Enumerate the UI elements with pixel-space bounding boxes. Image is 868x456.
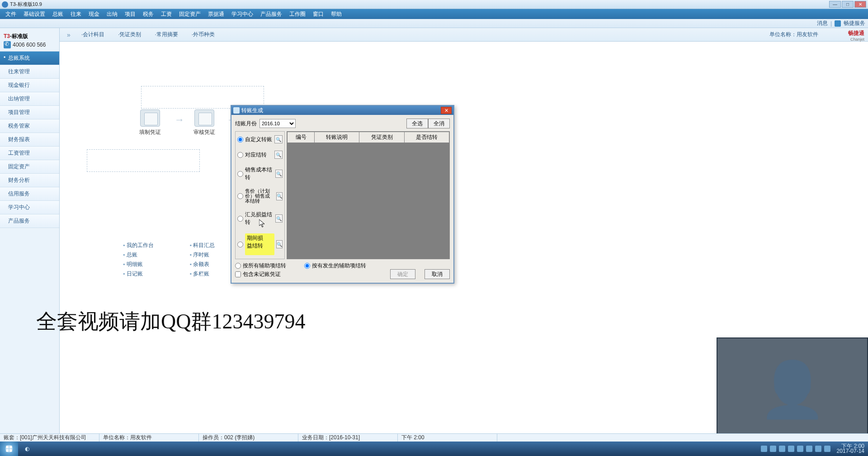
tray-icon[interactable] — [770, 446, 776, 452]
tabs-expand-icon[interactable]: » — [64, 31, 73, 38]
chk-unposted[interactable]: 包含未记账凭证 — [235, 271, 281, 278]
tab-summary[interactable]: ·常用摘要 — [149, 29, 183, 40]
col-id[interactable]: 编号 — [288, 132, 315, 143]
menu-basic[interactable]: 基础设置 — [21, 10, 48, 19]
mode-exchange[interactable]: 汇兑损益结转🔍 — [237, 211, 283, 226]
col-flag[interactable]: 是否结转 — [404, 132, 449, 143]
status-time: 下午 2:00 — [398, 434, 497, 442]
tray-icon[interactable] — [815, 446, 821, 452]
link-journal[interactable]: 日记账 — [123, 269, 154, 279]
link-detail[interactable]: 明细账 — [123, 260, 154, 269]
menu-bill[interactable]: 票据通 — [205, 10, 227, 19]
top-tabs: » ·会计科目 ·凭证类别 ·常用摘要 ·外币种类 单位名称：用友软件 畅捷通C… — [60, 28, 868, 42]
flow-step-audit[interactable]: 审核凭证 — [186, 109, 222, 136]
tab-vouchertype[interactable]: ·凭证类别 — [113, 29, 146, 40]
link-workbench[interactable]: 我的工作台 — [123, 241, 154, 250]
minimize-button[interactable]: — — [829, 1, 841, 8]
service-icon — [835, 20, 841, 27]
sidenav-cash[interactable]: 现金银行 — [0, 79, 59, 92]
tray-icon[interactable] — [797, 446, 803, 452]
link-gl[interactable]: 总账 — [123, 250, 154, 260]
tray-icon[interactable] — [779, 446, 785, 452]
menu-product[interactable]: 产品服务 — [258, 10, 285, 19]
transfer-dialog: 转账生成 ✕ 结账月份 2016.10 全选 全消 自定义转账🔍 对应结转🔍 销… — [231, 105, 454, 284]
menu-salary[interactable]: 工资 — [158, 10, 175, 19]
mode-custom[interactable]: 自定义转账🔍 — [237, 135, 283, 143]
sidenav-ar[interactable]: 往来管理 — [0, 65, 59, 79]
mode-plancost[interactable]: 售价（计划价）销售成本结转🔍 — [237, 189, 283, 204]
subbar-service-link[interactable]: 畅捷服务 — [844, 19, 865, 27]
brand-block: T3-标准版 4006 600 566 — [0, 28, 59, 52]
taskbar-app[interactable]: ◐ — [18, 442, 36, 456]
sidenav-gl[interactable]: 总账系统 — [0, 52, 59, 65]
menu-help[interactable]: 帮助 — [328, 10, 344, 19]
close-button[interactable]: ✕ — [854, 1, 866, 8]
cancel-button[interactable]: 取消 — [425, 269, 450, 279]
menu-cash[interactable]: 现金 — [86, 10, 102, 19]
tab-subjects[interactable]: ·会计科目 — [76, 29, 110, 40]
col-type[interactable]: 凭证类别 — [359, 132, 404, 143]
status-accountset: 账套：[001]广州天天科技有限公司 — [0, 434, 99, 442]
sidenav-cashier[interactable]: 出纳管理 — [0, 92, 59, 106]
sidenav-fa[interactable]: 固定资产 — [0, 160, 59, 174]
dialog-close-button[interactable]: ✕ — [441, 107, 452, 114]
sidenav-tax[interactable]: 税务管家 — [0, 119, 59, 133]
arrow-icon: → — [175, 114, 184, 126]
tab-currency[interactable]: ·外币种类 — [186, 29, 220, 40]
search-icon[interactable]: 🔍 — [274, 151, 283, 159]
sidenav-project[interactable]: 项目管理 — [0, 106, 59, 119]
mode-corresp[interactable]: 对应结转🔍 — [237, 151, 283, 159]
window-buttons: — □ ✕ — [829, 1, 866, 8]
link-balance[interactable]: 余额表 — [190, 260, 215, 269]
flow-step-create[interactable]: 填制凭证 — [132, 109, 168, 136]
menu-gl[interactable]: 总账 — [50, 10, 66, 19]
search-icon[interactable]: 🔍 — [276, 192, 283, 200]
search-icon[interactable]: 🔍 — [276, 240, 283, 248]
sidenav-credit[interactable]: 信用服务 — [0, 187, 59, 201]
sidenav-salary[interactable]: 工资管理 — [0, 147, 59, 160]
tray-icon[interactable] — [761, 446, 767, 452]
link-summary[interactable]: 科目汇总 — [190, 241, 215, 250]
mode-period[interactable]: 期间损益结转🔍 — [237, 233, 283, 255]
titlebar: T3-标准版10.9 — □ ✕ — [0, 0, 868, 9]
transfer-table: 编号 转账说明 凭证类别 是否结转 — [287, 131, 450, 259]
tray-icon[interactable] — [788, 446, 794, 452]
menu-workgroup[interactable]: 工作圈 — [287, 10, 308, 19]
menu-cashier[interactable]: 出纳 — [104, 10, 120, 19]
menu-project[interactable]: 项目 — [122, 10, 138, 19]
menu-window[interactable]: 窗口 — [310, 10, 326, 19]
tray-icon[interactable] — [824, 446, 830, 452]
search-icon[interactable]: 🔍 — [274, 135, 283, 143]
link-chrono[interactable]: 序时账 — [190, 250, 215, 260]
search-icon[interactable]: 🔍 — [275, 214, 283, 223]
mode-salescost[interactable]: 销售成本结转🔍 — [237, 166, 283, 181]
tray-icon[interactable] — [806, 446, 812, 452]
month-select[interactable]: 2016.10 — [259, 119, 296, 128]
start-button[interactable] — [0, 442, 18, 456]
select-none-button[interactable]: 全消 — [428, 119, 450, 128]
menu-tax[interactable]: 税务 — [140, 10, 156, 19]
sidenav-analysis[interactable]: 财务分析 — [0, 174, 59, 187]
webcam-overlay — [717, 337, 868, 442]
sidenav-report[interactable]: 财务报表 — [0, 133, 59, 147]
ok-button[interactable]: 确定 — [390, 269, 415, 279]
select-all-button[interactable]: 全选 — [406, 119, 428, 128]
sidenav-learn[interactable]: 学习中心 — [0, 201, 59, 214]
menu-fa[interactable]: 固定资产 — [176, 10, 203, 19]
dialog-titlebar[interactable]: 转账生成 ✕ — [231, 106, 453, 115]
menu-file[interactable]: 文件 — [3, 10, 19, 19]
opt-occurred-aux[interactable]: 按有发生的辅助项结转 — [304, 262, 366, 270]
taskbar-clock[interactable]: 下午 2:002017-07-14 — [833, 444, 864, 454]
search-icon[interactable]: 🔍 — [275, 170, 283, 178]
status-bizdate: 业务日期：[2016-10-31] — [298, 434, 398, 442]
document-icon — [140, 109, 160, 127]
sidenav-product[interactable]: 产品服务 — [0, 214, 59, 228]
col-desc[interactable]: 转账说明 — [315, 132, 359, 143]
link-multi[interactable]: 多栏账 — [190, 269, 215, 279]
subbar-msg-link[interactable]: 消息 — [817, 19, 828, 27]
quick-links: 我的工作台 总账 明细账 日记账 科目汇总 序时账 余额表 多栏账 — [123, 241, 215, 279]
opt-all-aux[interactable]: 按所有辅助项结转 — [235, 262, 286, 270]
menu-learn[interactable]: 学习中心 — [229, 10, 256, 19]
menu-ar[interactable]: 往来 — [68, 10, 84, 19]
maximize-button[interactable]: □ — [842, 1, 854, 8]
